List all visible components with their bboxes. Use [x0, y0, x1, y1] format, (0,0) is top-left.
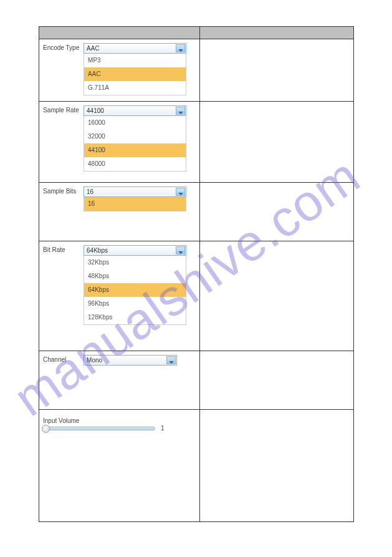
row-input-volume: Input Volume 1	[39, 410, 354, 522]
bit-rate-label: Bit Rate	[43, 245, 82, 253]
cell-sample-bits-right	[200, 183, 354, 241]
row-encode-type: Encode Type AAC MP3 AAC G.711A	[39, 39, 354, 102]
chevron-down-icon	[176, 246, 185, 254]
bit-rate-dropdown[interactable]: 64Kbps	[84, 245, 186, 256]
input-volume-value: 1	[161, 425, 165, 432]
cell-bit-rate-left: Bit Rate 64Kbps 32Kbps 48Kbps 64Kbps 96K…	[39, 241, 200, 351]
chevron-down-icon	[176, 107, 185, 115]
sample-rate-dropdown[interactable]: 44100	[84, 105, 186, 116]
sample-rate-selected: 44100	[87, 107, 104, 114]
header-cell-1	[39, 27, 200, 39]
bit-rate-option[interactable]: 32Kbps	[84, 256, 186, 269]
cell-sample-bits-left: Sample Bits 16 16	[39, 183, 200, 241]
cell-input-volume-right	[200, 410, 354, 522]
input-volume-slider[interactable]	[43, 427, 155, 430]
sample-bits-option[interactable]: 16	[84, 197, 186, 211]
bit-rate-option[interactable]: 96Kbps	[84, 297, 186, 311]
sample-bits-label: Sample Bits	[43, 186, 82, 195]
sample-rate-option[interactable]: 48000	[84, 157, 186, 171]
bit-rate-option-list: 32Kbps 48Kbps 64Kbps 96Kbps 128Kbps	[84, 256, 186, 325]
encode-type-label: Encode Type	[43, 43, 82, 51]
encode-type-option[interactable]: MP3	[84, 54, 186, 67]
encode-type-option[interactable]: AAC	[84, 67, 186, 81]
table-header-row	[39, 27, 354, 39]
cell-channel-left: Channel Mono	[39, 351, 200, 410]
input-volume-label: Input Volume	[43, 417, 82, 424]
bit-rate-option[interactable]: 64Kbps	[84, 283, 186, 297]
page-wrap: Encode Type AAC MP3 AAC G.711A	[39, 26, 353, 522]
sample-rate-option[interactable]: 32000	[84, 130, 186, 143]
chevron-down-icon	[166, 356, 176, 364]
slider-thumb-icon[interactable]	[42, 425, 50, 433]
cell-encode-type-right	[200, 39, 354, 102]
sample-rate-option[interactable]: 16000	[84, 116, 186, 130]
cell-encode-type-left: Encode Type AAC MP3 AAC G.711A	[39, 39, 200, 102]
channel-selected: Mono	[87, 357, 102, 364]
chevron-down-icon	[176, 188, 185, 196]
row-sample-rate: Sample Rate 44100 16000 32000 44100 4800…	[39, 102, 354, 183]
encode-type-selected: AAC	[87, 45, 100, 52]
encode-type-dropdown[interactable]: AAC	[84, 43, 186, 54]
chevron-down-icon	[176, 44, 185, 52]
sample-bits-dropdown[interactable]: 16	[84, 186, 186, 197]
sample-rate-option-list: 16000 32000 44100 48000	[84, 116, 186, 172]
header-cell-2	[200, 27, 354, 39]
cell-sample-rate-right	[200, 102, 354, 183]
sample-rate-label: Sample Rate	[43, 105, 82, 114]
cell-sample-rate-left: Sample Rate 44100 16000 32000 44100 4800…	[39, 102, 200, 183]
cell-channel-right	[200, 351, 354, 410]
cell-bit-rate-right	[200, 241, 354, 351]
encode-type-option[interactable]: G.711A	[84, 81, 186, 95]
cell-input-volume-left: Input Volume 1	[39, 410, 200, 522]
sample-bits-option-list: 16	[84, 197, 186, 211]
bit-rate-option[interactable]: 48Kbps	[84, 269, 186, 283]
sample-bits-selected: 16	[87, 188, 93, 195]
sample-rate-option[interactable]: 44100	[84, 143, 186, 157]
channel-label: Channel	[43, 355, 82, 363]
bit-rate-option[interactable]: 128Kbps	[84, 311, 186, 324]
row-bit-rate: Bit Rate 64Kbps 32Kbps 48Kbps 64Kbps 96K…	[39, 241, 354, 351]
channel-dropdown[interactable]: Mono	[84, 355, 177, 366]
config-table: Encode Type AAC MP3 AAC G.711A	[39, 26, 354, 522]
bit-rate-selected: 64Kbps	[87, 247, 108, 254]
encode-type-option-list: MP3 AAC G.711A	[84, 54, 186, 95]
row-sample-bits: Sample Bits 16 16	[39, 183, 354, 241]
row-channel: Channel Mono	[39, 351, 354, 410]
